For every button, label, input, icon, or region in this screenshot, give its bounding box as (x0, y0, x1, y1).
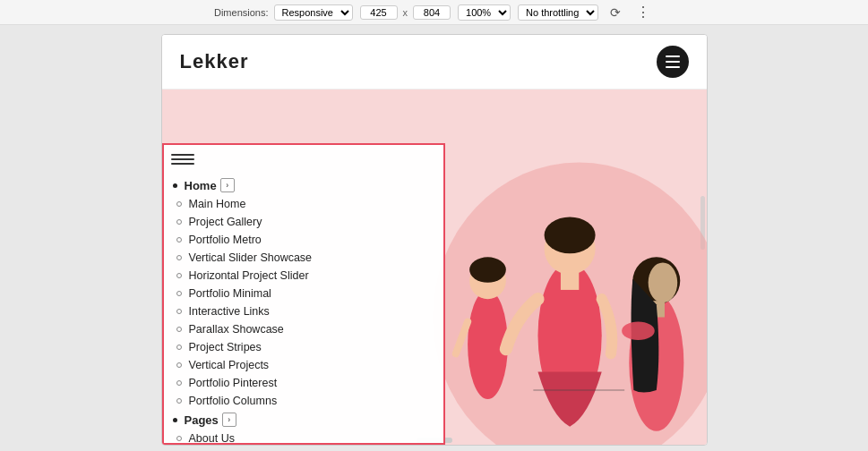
portfolio-metro-bullet (176, 237, 182, 243)
rotate-button[interactable]: ⟳ (606, 4, 625, 21)
nav-close-icon[interactable] (171, 154, 194, 172)
hamburger-line-3 (666, 66, 680, 68)
svg-point-13 (622, 322, 655, 340)
rotate-icon: ⟳ (610, 5, 621, 20)
parallax-bullet (176, 327, 182, 332)
hamburger-icon (666, 55, 680, 68)
more-options-button[interactable]: ⋮ (632, 4, 654, 21)
toolbar-throttle-group: No throttling (518, 4, 598, 21)
hamburger-button[interactable] (657, 46, 689, 78)
project-gallery-bullet (176, 219, 182, 225)
dimensions-label: Dimensions: (214, 7, 269, 18)
pages-expand-arrow[interactable]: › (222, 413, 236, 427)
svg-point-7 (544, 217, 595, 254)
hamburger-line-1 (666, 55, 680, 57)
site-logo: Lekker (180, 50, 249, 73)
svg-rect-8 (561, 272, 579, 290)
vertical-slider-bullet (176, 255, 182, 260)
nav-vertical-projects[interactable]: Vertical Projects (164, 356, 443, 374)
portfolio-minimal-bullet (176, 291, 182, 296)
horizontal-slider-bullet (176, 273, 182, 278)
nav-portfolio-minimal[interactable]: Portfolio Minimal (164, 285, 443, 302)
height-input[interactable] (413, 5, 451, 20)
nav-interactive-links[interactable]: Interactive Links (164, 302, 443, 320)
width-input[interactable] (360, 5, 398, 20)
svg-point-11 (648, 262, 677, 302)
menu-line-3 (171, 163, 194, 165)
nav-home-parent[interactable]: Home › (164, 175, 443, 195)
home-bullet (173, 183, 177, 188)
toolbar-dimensions-group: Dimensions: Responsive (214, 4, 353, 21)
nav-parallax-showcase[interactable]: Parallax Showcase (164, 320, 443, 338)
toolbar-zoom-group: 100% (458, 4, 511, 21)
nav-pages-parent[interactable]: Pages › (164, 410, 443, 430)
responsive-select[interactable]: Responsive (274, 4, 353, 21)
toolbar-size-group: x (360, 5, 451, 20)
nav-portfolio-columns[interactable]: Portfolio Columns (164, 392, 443, 410)
zoom-select[interactable]: 100% (458, 4, 511, 21)
nav-portfolio-metro[interactable]: Portfolio Metro (164, 231, 443, 249)
pages-bullet (173, 418, 177, 422)
nav-portfolio-pinterest[interactable]: Portfolio Pinterest (164, 374, 443, 392)
menu-line-1 (171, 154, 194, 156)
preview-area: Lekker (0, 25, 868, 451)
nav-vertical-slider[interactable]: Vertical Slider Showcase (164, 249, 443, 267)
portfolio-pinterest-bullet (176, 380, 182, 386)
site-header: Lekker (162, 35, 707, 89)
portfolio-columns-bullet (176, 398, 182, 404)
nav-project-gallery[interactable]: Project Gallery (164, 213, 443, 231)
about-us-bullet (176, 436, 182, 441)
devtools-toolbar: Dimensions: Responsive x 100% No throttl… (0, 0, 868, 25)
interactive-links-bullet (176, 309, 182, 314)
project-stripes-bullet (176, 345, 182, 350)
hamburger-line-2 (666, 61, 680, 63)
home-label: Home (185, 179, 217, 192)
home-expand-arrow[interactable]: › (220, 178, 235, 192)
menu-line-2 (171, 158, 194, 160)
browser-frame: Lekker (161, 34, 708, 446)
vertical-projects-bullet (176, 362, 182, 368)
nav-project-stripes[interactable]: Project Stripes (164, 338, 443, 356)
site-content: Home › Main Home Project Gallery Portfol… (162, 89, 707, 445)
times-symbol: x (403, 7, 408, 18)
nav-about-us[interactable]: About Us (164, 430, 443, 445)
nav-main-home[interactable]: Main Home (164, 195, 443, 213)
throttle-select[interactable]: No throttling (518, 4, 598, 21)
svg-point-3 (469, 257, 506, 283)
mobile-nav-overlay: Home › Main Home Project Gallery Portfol… (162, 143, 445, 445)
main-home-bullet (176, 201, 182, 207)
nav-horizontal-slider[interactable]: Horizontal Project Slider (164, 267, 443, 285)
pages-label: Pages (185, 413, 219, 427)
